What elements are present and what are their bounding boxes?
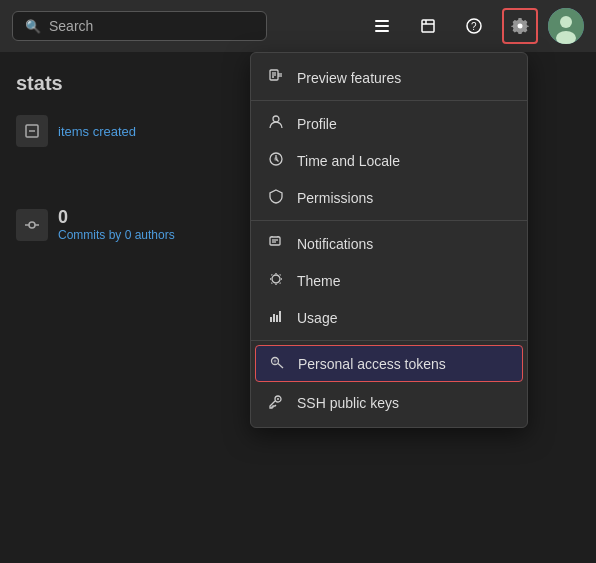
divider-1 [251, 100, 527, 101]
menu-item-usage[interactable]: Usage [251, 299, 527, 336]
commits-label: Commits by 0 authors [58, 228, 175, 242]
stat-icon-commits [16, 209, 48, 241]
menu-item-profile[interactable]: Profile [251, 105, 527, 142]
svg-point-28 [272, 275, 280, 283]
divider-3 [251, 340, 527, 341]
svg-rect-8 [422, 20, 434, 32]
commits-number: 0 [58, 207, 175, 228]
svg-rect-25 [270, 237, 280, 245]
settings-icon-button[interactable] [502, 8, 538, 44]
theme-label: Theme [297, 273, 341, 289]
svg-rect-6 [375, 25, 389, 27]
ssh-public-keys-icon [267, 393, 285, 412]
ssh-public-keys-label: SSH public keys [297, 395, 399, 411]
personal-access-tokens-icon [268, 354, 286, 373]
search-label: Search [49, 18, 93, 34]
dropdown-menu: Preview features Profile Time and Locale [250, 52, 528, 428]
menu-item-preview-features[interactable]: Preview features [251, 59, 527, 96]
stat-icon-items [16, 115, 48, 147]
package-icon-button[interactable] [410, 8, 446, 44]
svg-point-24 [274, 157, 278, 161]
usage-label: Usage [297, 310, 337, 326]
search-icon: 🔍 [25, 19, 41, 34]
svg-rect-30 [273, 314, 275, 322]
menu-item-time-locale[interactable]: Time and Locale [251, 142, 527, 179]
usage-icon [267, 308, 285, 327]
notifications-icon [267, 234, 285, 253]
svg-rect-32 [279, 311, 281, 322]
svg-point-35 [274, 360, 277, 363]
svg-text:?: ? [471, 21, 477, 32]
help-icon-button[interactable]: ? [456, 8, 492, 44]
search-box[interactable]: 🔍 Search [12, 11, 267, 41]
menu-item-personal-access-tokens[interactable]: Personal access tokens [255, 345, 523, 382]
permissions-icon [267, 188, 285, 207]
navbar: 🔍 Search ? [0, 0, 596, 52]
permissions-label: Permissions [297, 190, 373, 206]
menu-item-ssh-public-keys[interactable]: SSH public keys [251, 384, 527, 421]
svg-point-14 [560, 16, 572, 28]
time-locale-icon [267, 151, 285, 170]
svg-rect-31 [276, 315, 278, 322]
menu-item-notifications[interactable]: Notifications [251, 225, 527, 262]
divider-2 [251, 220, 527, 221]
svg-point-22 [273, 116, 279, 122]
commits-info: 0 Commits by 0 authors [58, 207, 175, 242]
svg-rect-29 [270, 317, 272, 322]
preview-features-label: Preview features [297, 70, 401, 86]
menu-item-permissions[interactable]: Permissions [251, 179, 527, 216]
svg-rect-7 [375, 30, 389, 32]
personal-access-tokens-label: Personal access tokens [298, 356, 446, 372]
time-locale-label: Time and Locale [297, 153, 400, 169]
notifications-label: Notifications [297, 236, 373, 252]
avatar[interactable] [548, 8, 584, 44]
list-icon-button[interactable] [364, 8, 400, 44]
profile-label: Profile [297, 116, 337, 132]
svg-line-34 [278, 364, 283, 369]
profile-icon [267, 114, 285, 133]
svg-rect-5 [375, 20, 389, 22]
svg-point-36 [277, 398, 279, 400]
menu-item-theme[interactable]: Theme [251, 262, 527, 299]
theme-icon [267, 271, 285, 290]
svg-point-2 [29, 222, 35, 228]
preview-features-icon [267, 68, 285, 87]
stat-items-link[interactable]: items created [58, 124, 136, 139]
